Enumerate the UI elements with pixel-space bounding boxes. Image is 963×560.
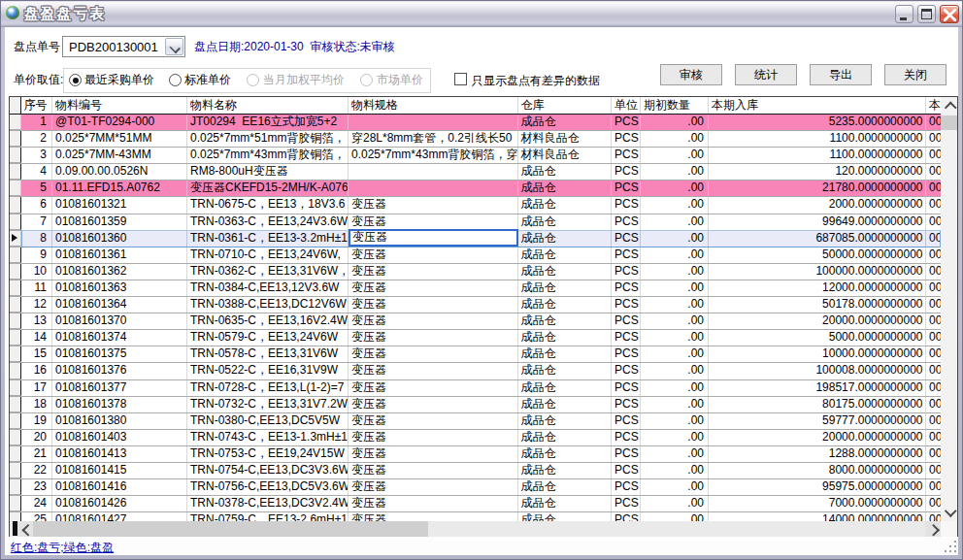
table-row[interactable]: 601081601321TRN-0675-C，EE13，18V3.6变压器成品仓…: [10, 197, 941, 214]
column-header[interactable]: 本期出库: [926, 97, 941, 114]
grid-cell[interactable]: 01081601415: [52, 463, 187, 478]
grid-cell[interactable]: .00: [641, 264, 709, 280]
maximize-button[interactable]: [917, 5, 936, 23]
toolbar-button-1[interactable]: 审核: [660, 64, 722, 85]
grid-cell[interactable]: 23: [21, 479, 53, 495]
table-row[interactable]: 2101081601413TRN-0753-C，EE19,24V15W变压器成品…: [10, 446, 941, 463]
grid-cell[interactable]: 材料良品仓: [518, 131, 613, 147]
grid-cell[interactable]: 01081601413: [52, 446, 187, 462]
grid-corner-cell[interactable]: [10, 97, 21, 114]
grid-cell[interactable]: .00: [641, 346, 709, 362]
horizontal-scrollbar[interactable]: [10, 521, 941, 538]
grid-cell[interactable]: 12: [21, 297, 53, 313]
toolbar-button-2[interactable]: 统计: [735, 64, 797, 85]
grid-cell[interactable]: PCS: [612, 380, 641, 396]
grid-cell[interactable]: TRN-0754-C,EE13,DC3V3.6W: [187, 463, 349, 478]
grid-cell[interactable]: .00: [641, 164, 709, 180]
scroll-left-button[interactable]: [17, 521, 33, 538]
grid-cell[interactable]: 01081601375: [52, 346, 187, 362]
grid-cell[interactable]: 00: [926, 247, 941, 263]
grid-cell[interactable]: 15: [21, 346, 53, 362]
grid-cell[interactable]: 材料良品仓: [518, 148, 613, 163]
table-row[interactable]: 1801081601378TRN-0732-C，EE13,31V7.2W变压器成…: [10, 397, 941, 413]
grid-cell[interactable]: 21780.0000000000: [709, 181, 926, 196]
row-selector[interactable]: [10, 430, 21, 445]
grid-cell[interactable]: 01081601426: [52, 496, 187, 511]
grid-cell[interactable]: 01081601403: [52, 430, 187, 445]
grid-cell[interactable]: 9: [21, 247, 53, 263]
grid-cell[interactable]: 10: [21, 264, 53, 280]
grid-cell[interactable]: 00: [926, 446, 941, 462]
row-selector[interactable]: [10, 463, 21, 478]
grid-cell[interactable]: PCS: [612, 214, 641, 230]
grid-cell[interactable]: 3: [21, 148, 53, 163]
grid-cell[interactable]: 6: [21, 197, 53, 213]
grid-cell[interactable]: TRN-0380-C,EE13,DC5V5W: [187, 413, 349, 429]
table-row[interactable]: 901081601361TRN-0710-C，EE13,24V6W,变压器成品仓…: [10, 247, 941, 264]
row-selector[interactable]: [10, 446, 21, 462]
grid-cell[interactable]: 50000.0000000000: [709, 247, 926, 263]
grid-cell[interactable]: 变压器: [349, 297, 518, 313]
grid-cell[interactable]: 19: [21, 413, 53, 429]
grid-cell[interactable]: 变压器: [349, 346, 518, 362]
grid-cell[interactable]: 01081601377: [52, 380, 187, 396]
grid-cell[interactable]: 01081601380: [52, 413, 187, 429]
grid-cell[interactable]: 01081601416: [52, 479, 187, 495]
grid-cell[interactable]: 1288.0000000000: [709, 446, 926, 462]
grid-cell[interactable]: 变压器: [349, 330, 518, 346]
grid-cell[interactable]: .00: [641, 131, 709, 147]
toolbar-button-4[interactable]: 关闭: [884, 64, 946, 85]
grid-cell[interactable]: .00: [641, 330, 709, 346]
grid-cell[interactable]: 687085.0000000000: [709, 231, 926, 247]
grid-cell[interactable]: PCS: [612, 181, 641, 196]
grid-cell[interactable]: 8000.0000000000: [709, 463, 926, 478]
grid-cell[interactable]: 01081601374: [52, 330, 187, 346]
grid-cell[interactable]: PCS: [612, 280, 641, 296]
grid-cell[interactable]: [349, 115, 518, 130]
column-header[interactable]: 期初数量: [641, 97, 709, 114]
grid-cell[interactable]: .00: [641, 148, 709, 163]
grid-cell[interactable]: PCS: [612, 479, 641, 495]
grid-cell[interactable]: 穿28L*8mm套管，0.2引线长50: [349, 131, 518, 147]
grid-cell[interactable]: 变压器: [349, 446, 518, 462]
row-selector[interactable]: [10, 380, 21, 396]
table-row[interactable]: 1501081601375TRN-0578-C，EE13,31V6W变压器成品仓…: [10, 346, 941, 363]
row-selector[interactable]: [10, 313, 21, 329]
grid-cell[interactable]: 0.025*7mm*43mm背胶铜箔，穿: [349, 148, 518, 163]
grid-cell[interactable]: 0.09.00.00.0526N: [52, 164, 187, 180]
title-bar[interactable]: 盘盈盘亏表: [1, 0, 962, 27]
grid-cell[interactable]: 80175.0000000000: [709, 397, 926, 412]
grid-cell[interactable]: 成品仓: [518, 115, 613, 130]
grid-cell[interactable]: TRN-0361-C，EE13-3.2mH±1: [187, 231, 349, 247]
grid-cell[interactable]: 00: [926, 380, 941, 396]
column-header[interactable]: 物料编号: [52, 97, 187, 114]
grid-cell[interactable]: 00: [926, 197, 941, 213]
table-row[interactable]: 1601081601376TRN-0522-C，EE16,31V9W变压器成品仓…: [10, 363, 941, 379]
grid-cell[interactable]: 00: [926, 181, 941, 196]
vertical-scrollbar[interactable]: [941, 97, 957, 521]
grid-cell[interactable]: 00: [926, 148, 941, 163]
grid-cell[interactable]: 01081601362: [52, 264, 187, 280]
grid-cell[interactable]: 0.025*7mm*43mm背胶铜箔，: [187, 148, 349, 163]
row-selector[interactable]: [10, 148, 21, 163]
table-row[interactable]: 2001081601403TRN-0743-C，EE13-1.3mH±1变压器成…: [10, 430, 941, 446]
grid-cell[interactable]: 14: [21, 330, 53, 346]
grid-cell[interactable]: .00: [641, 446, 709, 462]
row-selector[interactable]: [10, 231, 21, 247]
grid-cell[interactable]: PCS: [612, 264, 641, 280]
table-row[interactable]: 2301081601416TRN-0756-C,EE13,DC5V3.6W变压器…: [10, 479, 941, 496]
grid-cell[interactable]: PCS: [612, 346, 641, 362]
column-header[interactable]: 序号: [21, 97, 53, 114]
scroll-right-button[interactable]: [925, 521, 941, 538]
grid-cell[interactable]: 变压器CKEFD15-2MH/K-A076: [187, 181, 349, 196]
grid-cell[interactable]: 2000.0000000000: [709, 197, 926, 213]
grid-cell[interactable]: 0.025*7mm*51mm背胶铜箔，: [187, 131, 349, 147]
grid-cell[interactable]: 成品仓: [518, 164, 613, 180]
grid-cell[interactable]: 50178.0000000000: [709, 297, 926, 313]
grid-cell[interactable]: 变压器: [349, 247, 518, 263]
grid-cell[interactable]: 11: [21, 280, 53, 296]
table-row[interactable]: 20.025*7MM*51MM0.025*7mm*51mm背胶铜箔，穿28L*8…: [10, 131, 941, 148]
grid-cell[interactable]: .00: [641, 463, 709, 478]
grid-cell[interactable]: 00: [926, 346, 941, 362]
grid-cell[interactable]: 01081601370: [52, 313, 187, 329]
